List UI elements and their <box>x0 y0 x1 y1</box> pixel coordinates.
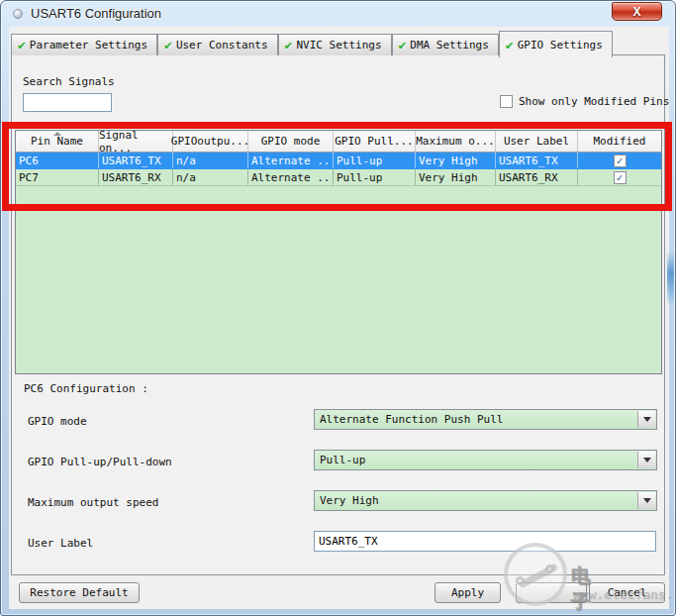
column-header-gpio-output[interactable]: GPIOoutpu... <box>173 131 248 152</box>
check-icon: ✔ <box>506 39 514 51</box>
max-output-speed-dropdown[interactable]: Very High <box>314 490 657 511</box>
search-signals-input[interactable] <box>23 93 112 112</box>
dropdown-value: Pull-up <box>320 454 365 466</box>
gpio-mode-dropdown[interactable]: Alternate Function Push Pull <box>314 409 657 430</box>
chevron-down-icon[interactable] <box>637 492 655 509</box>
pc6-configuration-title: PC6 Configuration : <box>24 382 148 395</box>
tab-label: User Constants <box>176 39 268 51</box>
tab-nvic-settings[interactable]: ✔ NVIC Settings <box>278 34 392 55</box>
cell-max-speed: Very High <box>416 169 496 185</box>
gpio-pull-label: GPIO Pull-up/Pull-down <box>28 456 172 468</box>
modified-checkbox[interactable] <box>614 154 627 167</box>
table-row-pc7[interactable]: PC7 USART6_RX n/a Alternate ... Pull-up … <box>16 169 661 186</box>
usart6-configuration-window: USART6 Configuration X ✔ Parameter Setti… <box>0 0 676 616</box>
search-signals-label: Search Signals <box>23 75 115 88</box>
column-header-pin-name[interactable]: Pin Name <box>16 131 99 152</box>
tab-label: DMA Settings <box>410 39 488 51</box>
cell-modified <box>578 153 661 168</box>
cell-user-label: USART6_TX <box>496 153 578 168</box>
table-header-row: Pin Name Signal on... GPIOoutpu... GPIO … <box>16 131 661 153</box>
cell-gpio-pull: Pull-up <box>334 169 416 185</box>
tab-bar: ✔ Parameter Settings ✔ User Constants ✔ … <box>11 31 613 55</box>
cell-max-speed: Very High <box>416 153 496 168</box>
user-label-input[interactable] <box>314 531 656 552</box>
dropdown-value: Very High <box>320 494 379 507</box>
app-icon <box>13 9 23 19</box>
apply-button[interactable]: Apply <box>435 582 501 603</box>
ok-button[interactable] <box>516 582 587 603</box>
border-reflection <box>667 252 674 306</box>
check-icon: ✔ <box>18 39 26 51</box>
table-row-pc6[interactable]: PC6 USART6_TX n/a Alternate ... Pull-up … <box>16 153 661 169</box>
sort-ascending-icon <box>53 132 61 136</box>
show-only-modified-pins[interactable]: Show only Modified Pins <box>500 95 669 108</box>
cell-modified <box>578 169 661 185</box>
cell-signal: USART6_RX <box>99 169 173 185</box>
dialog-content: ✔ Parameter Settings ✔ User Constants ✔ … <box>9 27 669 609</box>
show-only-modified-label: Show only Modified Pins <box>519 95 669 108</box>
column-header-user-label[interactable]: User Label <box>496 131 578 152</box>
close-button[interactable]: X <box>612 2 662 21</box>
tab-parameter-settings[interactable]: ✔ Parameter Settings <box>11 34 157 55</box>
tab-user-constants[interactable]: ✔ User Constants <box>157 34 278 55</box>
cell-signal: USART6_TX <box>99 153 173 168</box>
show-only-modified-checkbox[interactable] <box>500 95 513 108</box>
chevron-down-icon[interactable] <box>637 452 655 468</box>
check-icon: ✔ <box>399 39 407 51</box>
cell-pin-name: PC7 <box>16 169 99 185</box>
cancel-button[interactable]: Cancel <box>589 582 665 603</box>
cell-gpio-mode: Alternate ... <box>248 169 334 185</box>
user-label-label: User Label <box>28 537 93 550</box>
cell-pin-name: PC6 <box>16 153 99 168</box>
column-header-signal[interactable]: Signal on... <box>99 131 173 152</box>
column-header-gpio-mode[interactable]: GPIO mode <box>248 131 334 152</box>
check-icon: ✔ <box>164 39 172 51</box>
cell-gpio-output: n/a <box>173 153 248 168</box>
gpio-pull-dropdown[interactable]: Pull-up <box>314 450 657 470</box>
tab-label: Parameter Settings <box>30 39 147 51</box>
chevron-down-icon[interactable] <box>637 411 655 428</box>
max-output-speed-label: Maximum output speed <box>28 496 158 509</box>
dropdown-value: Alternate Function Push Pull <box>320 413 503 426</box>
cell-gpio-mode: Alternate ... <box>248 153 334 168</box>
tab-label: NVIC Settings <box>296 39 381 51</box>
column-header-modified[interactable]: Modified <box>578 131 661 152</box>
cell-gpio-output: n/a <box>173 169 248 185</box>
close-icon: X <box>632 6 640 18</box>
gpio-settings-panel: Search Signals Show only Modified Pins P… <box>11 54 665 575</box>
column-header-max-speed[interactable]: Maximum o... <box>416 131 496 152</box>
column-header-gpio-pull[interactable]: GPIO Pull... <box>334 131 416 152</box>
tab-label: GPIO Settings <box>518 39 603 51</box>
gpio-mode-label: GPIO mode <box>28 415 87 428</box>
tab-gpio-settings[interactable]: ✔ GPIO Settings <box>499 31 613 57</box>
cell-user-label: USART6_RX <box>496 169 578 185</box>
pin-table: Pin Name Signal on... GPIOoutpu... GPIO … <box>15 130 662 374</box>
modified-checkbox[interactable] <box>614 171 627 184</box>
title-bar[interactable]: USART6 Configuration X <box>1 1 675 27</box>
check-icon: ✔ <box>285 39 293 51</box>
window-title: USART6 Configuration <box>31 6 161 21</box>
cell-gpio-pull: Pull-up <box>334 153 416 168</box>
restore-default-button[interactable]: Restore Default <box>19 582 140 603</box>
tab-dma-settings[interactable]: ✔ DMA Settings <box>392 34 499 55</box>
